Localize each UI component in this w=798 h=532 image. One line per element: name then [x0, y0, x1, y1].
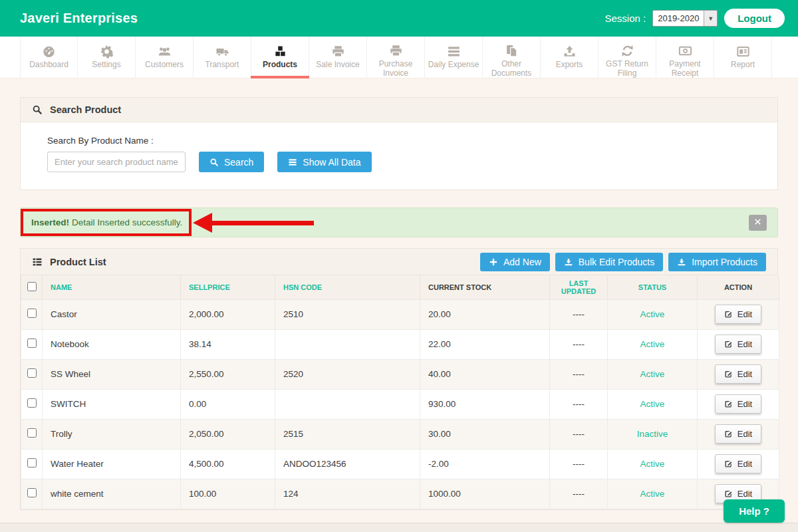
row-checkbox[interactable] — [27, 398, 37, 408]
cell-updated: ---- — [550, 419, 608, 449]
row-checkbox-cell — [21, 329, 43, 359]
search-input[interactable] — [47, 152, 186, 172]
edit-button[interactable]: Edit — [715, 424, 761, 444]
alert-close-button[interactable] — [749, 215, 767, 231]
table-row: Castor2,000.00251020.00----ActiveEdit — [21, 299, 779, 329]
gear-icon — [100, 44, 114, 59]
tab-sale-invoice[interactable]: Sale Invoice — [309, 37, 367, 78]
users-icon — [158, 44, 172, 59]
add-new-button[interactable]: Add New — [480, 253, 550, 271]
edit-button[interactable]: Edit — [715, 394, 761, 414]
cell-status[interactable]: Active — [608, 389, 698, 419]
cell-status[interactable]: Active — [608, 479, 698, 509]
tab-customers[interactable]: Customers — [136, 37, 194, 78]
tab-products[interactable]: Products — [251, 37, 309, 78]
cell-sellprice: 2,050.00 — [181, 419, 275, 449]
row-checkbox[interactable] — [27, 488, 37, 497]
cell-sellprice: 100.00 — [181, 479, 275, 509]
cell-updated: ---- — [550, 479, 608, 509]
logout-button[interactable]: Logout — [724, 9, 785, 28]
cell-hsn: 2520 — [275, 359, 420, 389]
tab-report[interactable]: Report — [714, 37, 772, 78]
table-body: Castor2,000.00251020.00----ActiveEditNot… — [21, 299, 779, 509]
row-checkbox[interactable] — [27, 428, 37, 438]
cell-hsn — [275, 329, 420, 359]
table-row: Trolly2,050.00251530.00----InactiveEdit — [21, 419, 779, 449]
tab-purchase-invoice[interactable]: Purchase Invoice — [367, 37, 425, 78]
row-checkbox-cell — [21, 299, 43, 329]
tab-settings[interactable]: Settings — [78, 37, 136, 78]
help-button[interactable]: Help ? — [724, 499, 785, 523]
cell-hsn: 2515 — [275, 419, 420, 449]
tab-other-documents[interactable]: Other Documents — [483, 37, 541, 78]
search-button[interactable]: Search — [199, 152, 264, 172]
cell-status[interactable]: Active — [608, 329, 698, 359]
cell-sellprice: 2,550.00 — [181, 359, 275, 389]
edit-button-label: Edit — [737, 309, 752, 319]
cell-updated: ---- — [550, 299, 608, 329]
bulk-edit-products-button[interactable]: Bulk Edit Products — [555, 253, 663, 271]
cell-updated: ---- — [550, 389, 608, 419]
search-icon — [209, 158, 219, 167]
select-all-checkbox[interactable] — [27, 282, 37, 291]
tab-exports[interactable]: Exports — [541, 37, 598, 78]
refresh-icon — [620, 44, 634, 58]
edit-button[interactable]: Edit — [715, 454, 761, 473]
edit-button-label: Edit — [737, 399, 752, 409]
alert-message: Detail Inserted successfully. — [72, 217, 182, 227]
edit-button[interactable]: Edit — [715, 334, 761, 354]
row-checkbox[interactable] — [27, 338, 37, 348]
row-checkbox[interactable] — [27, 309, 37, 318]
cell-status[interactable]: Active — [608, 449, 698, 479]
banknote-icon — [678, 44, 692, 58]
list-icon — [447, 44, 461, 59]
edit-button[interactable]: Edit — [715, 364, 761, 384]
cell-updated: ---- — [550, 359, 608, 389]
cubes-icon — [273, 44, 287, 59]
column-header-stock: CURRENT STOCK — [420, 275, 550, 299]
tab-label: Payment Receipt — [658, 60, 712, 78]
action-cell: Edit — [698, 299, 779, 329]
table-row: SS Wheel2,550.00252040.00----ActiveEdit — [21, 359, 779, 389]
close-icon — [754, 218, 761, 227]
session-label: Session : — [604, 13, 646, 24]
cell-sellprice: 2,000.00 — [181, 299, 275, 329]
cell-status[interactable]: Active — [608, 299, 698, 329]
row-checkbox[interactable] — [27, 368, 37, 378]
tab-label: Transport — [205, 61, 239, 70]
tab-label: GST Return Filing — [600, 60, 654, 78]
row-checkbox-cell — [21, 419, 43, 449]
row-checkbox-cell — [21, 389, 43, 419]
cell-hsn: ANDOO123456 — [275, 449, 420, 479]
edit-icon — [724, 370, 733, 378]
tab-daily-expense[interactable]: Daily Expense — [425, 37, 483, 78]
tab-dashboard[interactable]: Dashboard — [20, 37, 78, 78]
tab-label: Purchase Invoice — [369, 60, 422, 78]
dashboard-icon — [42, 44, 56, 59]
session-select[interactable]: 2019-2020 — [652, 10, 718, 27]
cell-hsn — [275, 389, 420, 419]
tab-gst-return-filing[interactable]: GST Return Filing — [598, 37, 656, 78]
tab-label: Sale Invoice — [316, 61, 359, 70]
footer-strip — [0, 523, 798, 532]
row-checkbox-cell — [21, 449, 43, 479]
tab-transport[interactable]: Transport — [194, 37, 251, 78]
edit-button[interactable]: Edit — [715, 305, 761, 324]
action-cell: Edit — [698, 359, 779, 389]
tab-payment-receipt[interactable]: Payment Receipt — [656, 37, 714, 78]
action-cell: Edit — [698, 389, 779, 419]
search-panel-title: Search Product — [50, 104, 121, 115]
product-list-title: Product List — [50, 257, 106, 267]
edit-icon — [724, 460, 733, 468]
show-all-data-button[interactable]: Show All Data — [277, 152, 371, 172]
cell-hsn: 2510 — [275, 299, 420, 329]
annotation-arrow-shaft — [211, 221, 314, 225]
upload-icon — [563, 44, 577, 59]
main-content: Search Product Search By Product Name : … — [0, 97, 798, 510]
row-checkbox[interactable] — [27, 458, 37, 467]
cell-status[interactable]: Inactive — [608, 419, 698, 449]
cell-name: Notebook — [43, 329, 181, 359]
table-row: SWITCH0.00930.00----ActiveEdit — [21, 389, 779, 419]
cell-status[interactable]: Active — [608, 359, 698, 389]
import-products-button[interactable]: Import Products — [668, 253, 766, 271]
